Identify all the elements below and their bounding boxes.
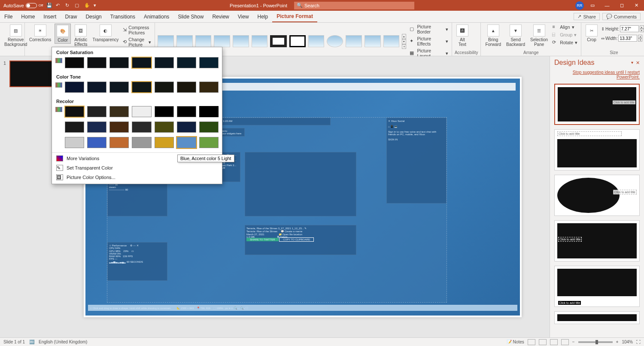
picture-style-1[interactable] xyxy=(158,35,174,47)
tone-swatch-6[interactable] xyxy=(177,82,196,93)
fit-to-window-icon[interactable]: ⛶ xyxy=(636,340,641,344)
tone-swatch-3[interactable] xyxy=(109,82,129,93)
tone-swatch-4[interactable] xyxy=(132,82,151,93)
recolor-swatch-16[interactable] xyxy=(87,137,106,148)
saturation-swatch-3[interactable] xyxy=(109,57,129,68)
save-icon[interactable]: 💾 xyxy=(46,3,52,9)
user-avatar[interactable]: RR xyxy=(575,1,584,10)
minimize-icon[interactable]: — xyxy=(601,0,613,11)
tone-swatch-7[interactable] xyxy=(199,82,219,93)
design-idea-2[interactable]: Click to add title xyxy=(554,129,640,170)
compress-pictures-button[interactable]: ⇲Compress Pictures xyxy=(122,24,152,36)
styles-gallery-up[interactable]: ▴ xyxy=(402,34,406,39)
sorter-view-icon[interactable] xyxy=(539,339,547,345)
picture-style-12[interactable] xyxy=(365,35,381,47)
recolor-swatch-3[interactable] xyxy=(109,106,129,117)
picture-style-4[interactable] xyxy=(214,35,230,47)
language-indicator[interactable]: English (United Kingdom) xyxy=(39,340,87,344)
slideshow-view-icon[interactable] xyxy=(561,339,569,345)
touch-icon[interactable]: ✋ xyxy=(84,3,90,9)
share-button[interactable]: ↗Share xyxy=(574,13,599,20)
align-button[interactable]: ≡Align ▾ xyxy=(551,24,578,30)
zoom-slider[interactable] xyxy=(578,341,613,343)
zoom-out-icon[interactable]: − xyxy=(572,340,575,344)
transparency-button[interactable]: ◐Transparency xyxy=(91,24,121,43)
recolor-swatch-10[interactable] xyxy=(109,121,129,133)
selection-pane-button[interactable]: ☰Selection Pane xyxy=(529,24,550,48)
picture-border-button[interactable]: ▢Picture Border ▾ xyxy=(409,24,449,35)
recolor-swatch-19[interactable] xyxy=(155,137,174,148)
send-backward-button[interactable]: ▼Send Backward xyxy=(504,24,527,48)
recolor-swatch-9[interactable] xyxy=(87,121,106,133)
comments-button[interactable]: 💬Comments xyxy=(602,13,641,20)
maximize-icon[interactable]: ◻ xyxy=(616,0,628,11)
width-field[interactable]: ⇔Width:▴▾ xyxy=(601,35,644,42)
design-idea-6[interactable] xyxy=(554,311,640,324)
picture-style-11[interactable] xyxy=(346,35,362,47)
reading-view-icon[interactable] xyxy=(550,339,558,345)
width-up[interactable]: ▴ xyxy=(638,35,642,38)
recolor-swatch-15[interactable] xyxy=(65,137,84,148)
present-icon[interactable]: ▢ xyxy=(75,3,81,9)
slide-thumbnail-1[interactable] xyxy=(9,61,52,87)
saturation-swatch-2[interactable] xyxy=(87,57,106,68)
saturation-swatch-5[interactable] xyxy=(155,57,174,68)
tab-review[interactable]: Review xyxy=(208,11,233,22)
picture-style-10[interactable] xyxy=(327,35,343,47)
tab-help[interactable]: Help xyxy=(253,11,273,22)
design-idea-1[interactable]: Click to add title xyxy=(554,84,640,125)
recolor-swatch-1[interactable] xyxy=(65,106,84,117)
styles-gallery-more[interactable]: ≡ xyxy=(402,44,406,49)
saturation-swatch-6[interactable] xyxy=(177,57,196,68)
picture-style-6[interactable] xyxy=(252,35,268,47)
color-button[interactable]: 🎨Color xyxy=(55,24,71,44)
picture-style-5[interactable] xyxy=(233,35,249,47)
picture-color-options-item[interactable]: 🖼Picture Color Options... xyxy=(52,173,222,182)
design-idea-3[interactable]: Click to add title xyxy=(554,175,640,216)
search-input[interactable]: 🔍 Search xyxy=(294,2,414,9)
pane-close-icon[interactable]: ✕ xyxy=(636,60,640,66)
recolor-swatch-20[interactable] xyxy=(177,137,196,148)
height-input[interactable] xyxy=(620,25,639,32)
normal-view-icon[interactable] xyxy=(528,339,535,345)
tab-home[interactable]: Home xyxy=(17,11,39,22)
recolor-swatch-8[interactable] xyxy=(65,121,84,133)
picture-effects-button[interactable]: ✦Picture Effects ▾ xyxy=(409,36,449,47)
recolor-swatch-18[interactable] xyxy=(132,137,151,148)
group-button[interactable]: ⌸Group ▾ xyxy=(551,31,578,38)
tab-transitions[interactable]: Transitions xyxy=(106,11,140,22)
picture-style-3[interactable] xyxy=(195,35,212,47)
tone-swatch-1[interactable] xyxy=(65,82,84,93)
tone-swatch-2[interactable] xyxy=(87,82,106,93)
recolor-swatch-5[interactable] xyxy=(155,106,174,117)
recolor-swatch-7[interactable] xyxy=(199,106,219,117)
tab-animations[interactable]: Animations xyxy=(140,11,173,22)
tab-draw[interactable]: Draw xyxy=(61,11,81,22)
ribbon-display-icon[interactable]: ▭ xyxy=(586,0,598,11)
stop-suggesting-link[interactable]: Stop suggesting ideas until I restart Po… xyxy=(550,69,644,82)
recolor-swatch-14[interactable] xyxy=(199,121,219,133)
recolor-swatch-11[interactable] xyxy=(132,121,151,133)
zoom-in-icon[interactable]: + xyxy=(616,340,619,344)
close-icon[interactable]: ✕ xyxy=(630,0,642,11)
bring-forward-button[interactable]: ▲Bring Forward xyxy=(483,24,503,48)
picture-style-9[interactable] xyxy=(308,35,325,47)
width-input[interactable] xyxy=(618,35,637,42)
design-idea-5[interactable]: Click to add title xyxy=(554,266,640,307)
recolor-swatch-4[interactable] xyxy=(132,106,151,117)
recolor-swatch-12[interactable] xyxy=(155,121,174,133)
corrections-button[interactable]: ☀Corrections xyxy=(27,24,53,43)
alt-text-button[interactable]: 🅰Alt Text xyxy=(455,24,470,48)
design-idea-4[interactable]: Click to add title xyxy=(554,220,640,261)
height-field[interactable]: ⇕Height:▴▾ xyxy=(601,25,644,32)
styles-gallery-down[interactable]: ▾ xyxy=(402,39,406,44)
recolor-swatch-6[interactable] xyxy=(177,106,196,117)
pane-options-icon[interactable]: ▾ xyxy=(631,60,633,66)
picture-style-13[interactable] xyxy=(383,35,400,47)
tab-design[interactable]: Design xyxy=(81,11,106,22)
height-down[interactable]: ▾ xyxy=(640,29,644,32)
recolor-swatch-13[interactable] xyxy=(177,121,196,133)
tone-swatch-5[interactable] xyxy=(155,82,174,93)
tab-view[interactable]: View xyxy=(234,11,253,22)
saturation-swatch-1[interactable] xyxy=(65,57,84,68)
